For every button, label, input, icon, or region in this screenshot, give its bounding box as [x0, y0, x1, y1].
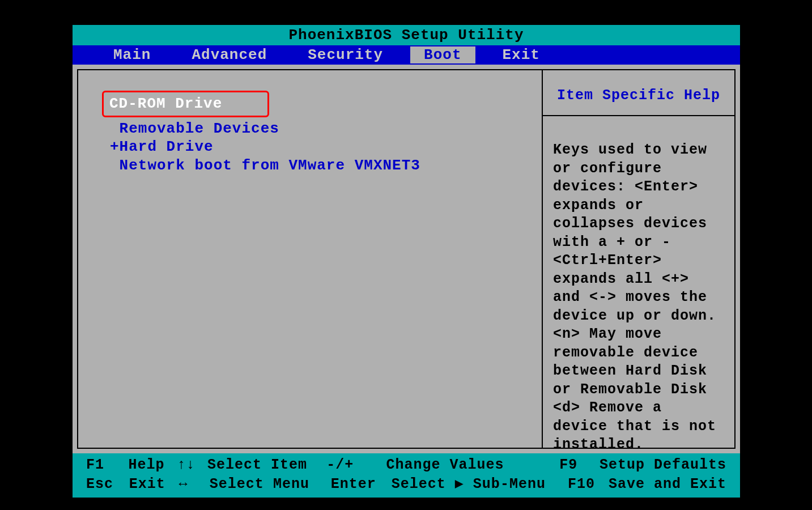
help-body: Keys used to view or configure devices: … — [543, 116, 734, 466]
key-f10: F10 — [568, 475, 609, 494]
key-f9: F9 — [559, 456, 600, 475]
key-enter: Enter — [331, 475, 392, 494]
key-updown: ↑↓ — [177, 456, 208, 475]
lbl-setup-defaults: Setup Defaults — [600, 456, 726, 475]
lbl-select-submenu: Select ▶ Sub-Menu — [392, 475, 568, 494]
menu-advanced[interactable]: Advanced — [178, 46, 280, 63]
help-panel: Item Specific Help Keys used to view or … — [543, 70, 734, 448]
boot-item-cdrom[interactable]: CD-ROM Drive — [110, 91, 530, 120]
footer: F1 Help ↑↓ Select Item -/+ Change Values… — [73, 453, 740, 498]
key-esc: Esc — [86, 475, 129, 494]
key-plusminus: -/+ — [326, 456, 386, 475]
boot-item-removable[interactable]: Removable Devices — [110, 120, 530, 138]
content-area: CD-ROM Drive Removable Devices +Hard Dri… — [77, 69, 736, 449]
key-f1: F1 — [86, 456, 129, 475]
lbl-help: Help — [129, 456, 177, 475]
lbl-exit: Exit — [129, 475, 179, 494]
lbl-select-item: Select Item — [207, 456, 326, 475]
menu-boot[interactable]: Boot — [410, 46, 475, 63]
menu-security[interactable]: Security — [294, 46, 397, 63]
footer-row-1: F1 Help ↑↓ Select Item -/+ Change Values… — [73, 456, 740, 475]
boot-item-network[interactable]: Network boot from VMware VMXNET3 — [110, 156, 530, 175]
lbl-save-exit: Save and Exit — [609, 475, 726, 494]
key-leftright: ↔ — [178, 475, 209, 494]
boot-order-panel: CD-ROM Drive Removable Devices +Hard Dri… — [78, 70, 543, 448]
menu-bar: Main Advanced Security Boot Exit — [73, 45, 740, 65]
lbl-change-values: Change Values — [386, 456, 559, 475]
lbl-select-menu: Select Menu — [210, 475, 331, 494]
menu-exit[interactable]: Exit — [489, 46, 554, 63]
menu-main[interactable]: Main — [100, 46, 164, 63]
boot-item-harddrive[interactable]: +Hard Drive — [110, 138, 530, 156]
bios-window: PhoenixBIOS Setup Utility Main Advanced … — [73, 25, 740, 498]
help-header: Item Specific Help — [543, 70, 734, 116]
footer-row-2: Esc Exit ↔ Select Menu Enter Select ▶ Su… — [73, 475, 740, 494]
title-bar: PhoenixBIOS Setup Utility — [73, 25, 740, 45]
